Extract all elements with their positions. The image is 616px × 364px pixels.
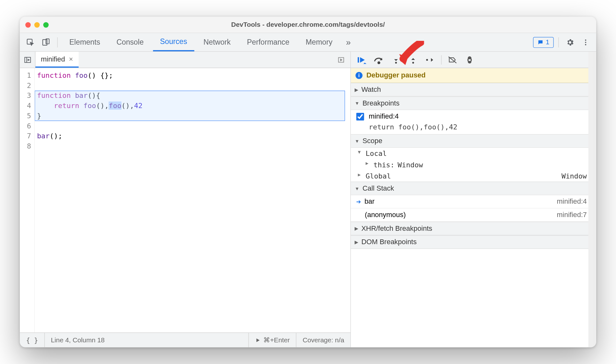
chevron-right-icon: ▶ bbox=[355, 239, 358, 245]
deactivate-breakpoints-icon[interactable] bbox=[445, 53, 460, 66]
svg-point-9 bbox=[378, 62, 380, 63]
execution-highlight bbox=[35, 91, 345, 121]
code-line[interactable] bbox=[37, 81, 350, 91]
line-number[interactable]: 5 bbox=[20, 111, 31, 121]
more-tabs-icon[interactable]: » bbox=[342, 36, 355, 49]
devtools-toolbar: Elements Console Sources Network Perform… bbox=[20, 33, 596, 52]
line-number[interactable]: 7 bbox=[20, 131, 31, 141]
tab-memory[interactable]: Memory bbox=[299, 33, 340, 51]
pretty-print-icon[interactable]: { } bbox=[20, 333, 45, 347]
breakpoint-label: minified:4 bbox=[369, 113, 399, 121]
pause-on-exceptions-icon[interactable] bbox=[462, 53, 477, 66]
annotation-red-arrow-icon bbox=[397, 41, 424, 66]
debugger-pane: i Debugger paused ▶ Watch ▼ Breakpoints … bbox=[351, 52, 596, 347]
current-frame-icon: ➔ bbox=[356, 198, 361, 205]
code-editor[interactable]: 12345678 function foo() {};function bar(… bbox=[20, 68, 350, 333]
svg-point-5 bbox=[585, 44, 586, 45]
window-controls bbox=[25, 22, 49, 27]
chevron-right-icon: ▶ bbox=[366, 161, 371, 169]
code-line[interactable]: function foo() {}; bbox=[37, 70, 350, 81]
callstack-frame[interactable]: ➔barminified:4 bbox=[351, 195, 592, 208]
kebab-menu-icon[interactable] bbox=[579, 36, 592, 49]
banner-text: Debugger paused bbox=[366, 71, 425, 79]
resume-script-icon[interactable] bbox=[354, 53, 370, 66]
debugger-paused-banner: i Debugger paused bbox=[351, 68, 592, 83]
section-watch[interactable]: ▶ Watch bbox=[351, 83, 592, 97]
svg-rect-8 bbox=[358, 57, 359, 62]
callstack-fn: (anonymous) bbox=[365, 211, 406, 219]
devtools-window: DevTools - developer.chrome.com/tags/dev… bbox=[20, 17, 596, 347]
scope-global[interactable]: ▶ Global Window bbox=[351, 170, 592, 181]
editor-status-bar: { } Line 4, Column 18 ⌘+Enter Coverage: … bbox=[20, 332, 350, 347]
svg-point-3 bbox=[585, 39, 586, 40]
section-scope[interactable]: ▼ Scope bbox=[351, 134, 592, 148]
chevron-down-icon: ▼ bbox=[358, 149, 363, 158]
section-dom-breakpoints[interactable]: ▶ DOM Breakpoints bbox=[351, 235, 592, 249]
chevron-down-icon: ▼ bbox=[355, 100, 359, 106]
minimize-window-button[interactable] bbox=[34, 22, 40, 27]
info-icon: i bbox=[356, 72, 363, 79]
svg-rect-1 bbox=[43, 39, 47, 45]
section-callstack[interactable]: ▼ Call Stack bbox=[351, 182, 592, 195]
cursor-position: Line 4, Column 18 bbox=[45, 333, 249, 347]
scope-this[interactable]: ▶ this: Window bbox=[351, 159, 592, 170]
close-window-button[interactable] bbox=[25, 22, 31, 27]
chevron-right-icon: ▶ bbox=[355, 226, 358, 231]
tab-performance[interactable]: Performance bbox=[240, 33, 297, 51]
issues-count: 1 bbox=[546, 38, 550, 46]
line-number[interactable]: 6 bbox=[20, 121, 31, 131]
code-area[interactable]: function foo() {};function bar(){ return… bbox=[35, 68, 350, 333]
line-number[interactable]: 2 bbox=[20, 81, 31, 91]
callstack-location: minified:4 bbox=[557, 198, 587, 206]
line-number-gutter: 12345678 bbox=[20, 68, 34, 333]
chevron-right-icon: ▶ bbox=[358, 172, 363, 180]
svg-point-12 bbox=[426, 59, 428, 61]
settings-gear-icon[interactable] bbox=[563, 36, 576, 49]
code-line[interactable] bbox=[37, 121, 350, 131]
line-number[interactable]: 1 bbox=[20, 70, 31, 81]
title-bar: DevTools - developer.chrome.com/tags/dev… bbox=[20, 17, 596, 33]
device-toolbar-icon[interactable] bbox=[39, 36, 52, 49]
breakpoint-code: return foo(),foo(),42 bbox=[351, 123, 592, 134]
scope-local[interactable]: ▼ Local bbox=[351, 148, 592, 159]
inspect-element-icon[interactable] bbox=[24, 36, 37, 49]
chevron-right-icon: ▶ bbox=[355, 87, 358, 92]
file-tab-strip: minified × bbox=[20, 52, 350, 68]
editor-pane: minified × 12345678 function foo() {};fu… bbox=[20, 52, 351, 347]
tab-sources[interactable]: Sources bbox=[153, 33, 194, 51]
section-xhr-breakpoints[interactable]: ▶ XHR/fetch Breakpoints bbox=[351, 222, 592, 235]
chevron-down-icon: ▼ bbox=[355, 138, 359, 144]
line-number[interactable]: 8 bbox=[20, 141, 31, 151]
close-file-tab-icon[interactable]: × bbox=[69, 55, 73, 63]
callstack-location: minified:7 bbox=[557, 211, 587, 219]
file-tab-label: minified bbox=[41, 55, 65, 63]
svg-point-4 bbox=[585, 41, 586, 43]
main-split: minified × 12345678 function foo() {};fu… bbox=[20, 52, 596, 347]
section-breakpoints[interactable]: ▼ Breakpoints bbox=[351, 97, 592, 110]
run-snippet-icon[interactable] bbox=[334, 56, 350, 63]
code-line[interactable] bbox=[37, 141, 350, 151]
window-title: DevTools - developer.chrome.com/tags/dev… bbox=[231, 21, 385, 28]
callstack-fn: bar bbox=[364, 198, 375, 206]
breakpoint-checkbox[interactable] bbox=[356, 113, 364, 120]
run-hint[interactable]: ⌘+Enter bbox=[249, 333, 297, 347]
step-over-icon[interactable] bbox=[371, 53, 387, 66]
breakpoint-item[interactable]: minified:4 bbox=[351, 110, 592, 123]
chevron-down-icon: ▼ bbox=[355, 186, 359, 191]
line-number[interactable]: 3 bbox=[20, 91, 31, 101]
tab-console[interactable]: Console bbox=[109, 33, 151, 51]
line-number[interactable]: 4 bbox=[20, 101, 31, 111]
code-line[interactable]: bar(); bbox=[37, 131, 350, 141]
coverage-status[interactable]: Coverage: n/a bbox=[297, 333, 350, 347]
step-icon[interactable] bbox=[423, 53, 438, 66]
zoom-window-button[interactable] bbox=[43, 22, 49, 27]
issues-pill[interactable]: 1 bbox=[533, 37, 554, 47]
debugger-toolbar bbox=[351, 52, 592, 68]
show-navigator-icon[interactable] bbox=[20, 52, 35, 68]
callstack-frame[interactable]: (anonymous)minified:7 bbox=[351, 208, 592, 222]
tab-elements[interactable]: Elements bbox=[62, 33, 107, 51]
tab-network[interactable]: Network bbox=[197, 33, 238, 51]
file-tab-minified[interactable]: minified × bbox=[35, 52, 79, 68]
